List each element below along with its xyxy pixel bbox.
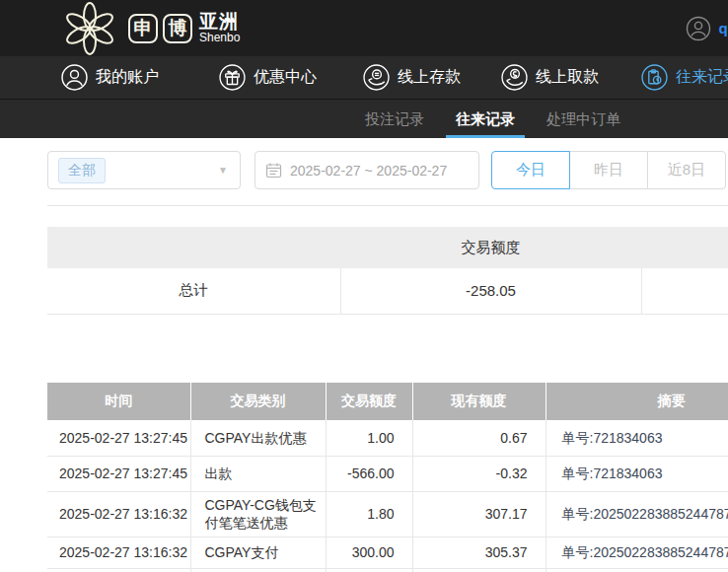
account-icon: [61, 64, 88, 91]
username-label[interactable]: qhh: [719, 20, 728, 36]
filter-bar: 全部 ▼ 2025-02-27 ~ 2025-02-27 今日 昨日 近8日: [0, 138, 728, 205]
sub-nav: 投注记录 往来记录 处理中订单: [0, 99, 728, 138]
summary-total-row: 总计 -258.05: [47, 268, 728, 314]
main-nav: 我的账户 优惠中心: [0, 56, 728, 99]
logo-region-en: Shenbo: [199, 32, 240, 44]
table-row: 2025-02-27 13:16:32 CGPAY-CG钱包支付笔笔送优惠 1.…: [47, 491, 728, 536]
divider: [47, 205, 728, 206]
withdraw-coin-icon: [501, 64, 528, 91]
col-header-memo: 摘要: [546, 383, 728, 420]
tab-betting-records[interactable]: 投注记录: [363, 100, 426, 139]
cell-time: 2025-02-27 13:16:32: [47, 491, 190, 536]
table-row: 2025-02-27 13:27:45 出款 -566.00 -0.32 单号:…: [47, 456, 728, 491]
record-tabs: 投注记录 往来记录 处理中订单: [363, 100, 622, 139]
cell-type: CGPAY出款优惠: [190, 420, 326, 456]
lotus-flower-icon: [57, 1, 122, 56]
summary-header-row: 交易额度: [47, 227, 728, 268]
page: 申 博 亚洲 Shenbo qhh: [0, 0, 728, 572]
nav-item-my-account[interactable]: 我的账户: [61, 56, 159, 99]
records-header-row: 时间 交易类别 交易额度 现有额度 摘要: [47, 383, 728, 420]
cell-balance: 0.67: [412, 420, 546, 456]
nav-item-label: 我的账户: [96, 67, 159, 88]
summary-total-value: -258.05: [340, 268, 641, 314]
yesterday-button[interactable]: 昨日: [569, 151, 648, 189]
tab-processing-orders[interactable]: 处理中订单: [545, 100, 622, 139]
cell-type: 出款: [190, 456, 326, 491]
cell-type: CGPAY-CG钱包支付笔笔送优惠: [190, 491, 326, 536]
logo-char-box: 申: [128, 14, 158, 43]
cell-memo: 单号:202502283885244787: [546, 491, 728, 536]
logo-region-cn: 亚洲: [199, 12, 240, 32]
summary-table: 交易额度 总计 -258.05: [47, 227, 728, 315]
cell-time: 2025-02-27 13:27:45: [47, 456, 190, 491]
tab-transaction-records[interactable]: 往来记录: [454, 100, 517, 139]
records-table: 时间 交易类别 交易额度 现有额度 摘要 2025-02-27 13:27:45…: [47, 383, 728, 572]
nav-item-label: 往来记录: [676, 67, 728, 88]
summary-amount-header: 交易额度: [340, 227, 641, 268]
user-circle-icon: [686, 16, 711, 41]
summary-total-label: 总计: [47, 268, 340, 314]
nav-item-promotions[interactable]: 优惠中心: [219, 56, 317, 99]
col-header-balance: 现有额度: [412, 383, 546, 420]
cell-balance: 305.37: [412, 536, 546, 568]
summary-empty-cell: [641, 268, 728, 314]
cell-time: 2025-02-27 13:27:45: [47, 420, 190, 456]
col-header-amount: 交易额度: [326, 383, 412, 420]
cell-memo: 单号:721834063: [546, 420, 728, 456]
cell-amount: 1.80: [326, 491, 412, 536]
table-row: 2025-02-27 13:16:32 CGPAY支付 300.00 305.3…: [47, 536, 728, 568]
logo-region: 亚洲 Shenbo: [199, 12, 240, 44]
gift-icon: [219, 64, 246, 91]
nav-item-transaction-records[interactable]: 往来记录: [641, 56, 728, 99]
cell-amount: 1.00: [326, 420, 412, 456]
nav-item-label: 线上存款: [398, 67, 461, 88]
table-row: 2025-02-27 13:27:45 CGPAY出款优惠 1.00 0.67 …: [47, 420, 728, 456]
deposit-coin-icon: [363, 64, 390, 91]
records-clipboard-icon: [641, 64, 668, 91]
summary-header-spacer: [641, 227, 728, 268]
brand-logo[interactable]: 申 博 亚洲 Shenbo: [57, 0, 240, 56]
logo-char-box: 博: [163, 14, 192, 43]
cell-type: CGPAY支付: [190, 536, 326, 568]
cell-memo: 单号:202502283885244787: [546, 536, 728, 568]
user-area[interactable]: qhh: [686, 0, 728, 56]
col-header-time: 时间: [47, 383, 190, 420]
quick-date-buttons: 今日 昨日 近8日: [491, 151, 726, 189]
chevron-down-icon: ▼: [218, 165, 228, 176]
date-range-input[interactable]: 2025-02-27 ~ 2025-02-27: [255, 151, 479, 189]
summary-header-spacer: [47, 227, 340, 268]
col-header-type: 交易类别: [190, 383, 326, 420]
last-8-days-button[interactable]: 近8日: [647, 151, 726, 189]
today-button[interactable]: 今日: [491, 151, 570, 189]
type-select-value: 全部: [58, 158, 106, 183]
nav-item-online-withdrawal[interactable]: 线上取款: [501, 56, 599, 99]
top-brand-bar: 申 博 亚洲 Shenbo qhh: [0, 0, 728, 56]
table-row-partial: [47, 568, 728, 572]
cell-amount: -566.00: [326, 456, 412, 491]
cell-balance: -0.32: [412, 456, 546, 491]
cell-memo: 单号:721834063: [546, 456, 728, 491]
cell-balance: 307.17: [412, 491, 546, 536]
nav-item-label: 线上取款: [536, 67, 599, 88]
nav-item-online-deposit[interactable]: 线上存款: [363, 56, 461, 99]
cell-amount: 300.00: [326, 536, 412, 568]
date-range-value: 2025-02-27 ~ 2025-02-27: [290, 163, 447, 179]
cell-time: 2025-02-27 13:16:32: [47, 536, 190, 568]
calendar-icon: [265, 162, 282, 179]
type-select[interactable]: 全部 ▼: [47, 151, 241, 189]
nav-item-label: 优惠中心: [254, 67, 317, 88]
